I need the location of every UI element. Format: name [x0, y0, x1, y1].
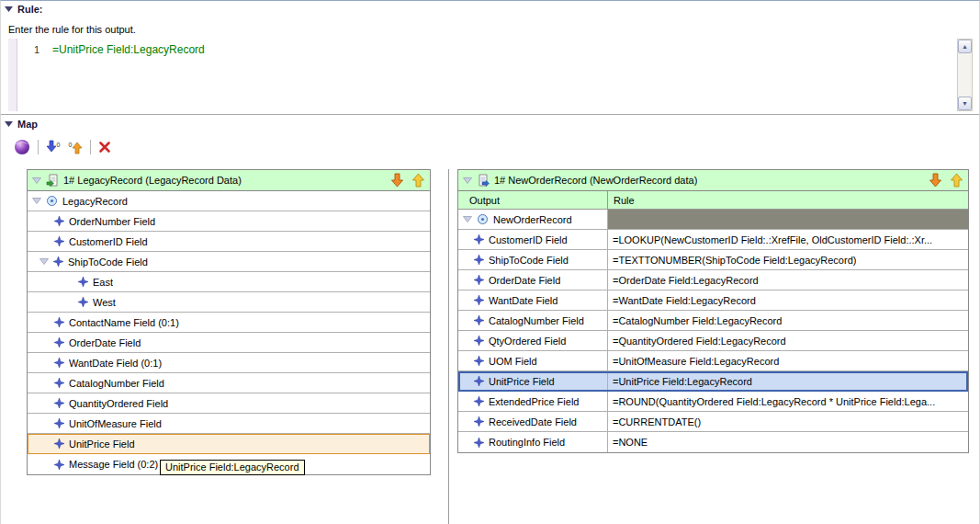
- target-panel: 1# NewOrderRecord (NewOrderRecord data) …: [457, 169, 969, 453]
- rule-text: =UnitPrice Field:LegacyRecord: [613, 376, 752, 387]
- move-up-arrow-icon[interactable]: [950, 173, 963, 188]
- map-row[interactable]: ReceivedDate Field =CURRENTDATE(): [458, 412, 968, 432]
- field-diamond-icon: [78, 297, 88, 307]
- rule-cell[interactable]: =NONE: [608, 432, 968, 452]
- output-column-header[interactable]: Output: [458, 191, 608, 209]
- collapse-triangle-icon[interactable]: [5, 121, 13, 127]
- tree-item[interactable]: OrderNumber Field: [28, 211, 430, 232]
- collapse-triangle-icon[interactable]: [5, 6, 13, 12]
- output-cell[interactable]: CatalogNumber Field: [458, 311, 608, 330]
- output-field-label: WantDate Field: [489, 295, 558, 306]
- record-icon: [477, 213, 489, 225]
- source-record-file-icon: [46, 174, 59, 188]
- map-all-up-icon[interactable]: 0: [68, 140, 83, 154]
- expand-triangle-icon[interactable]: [463, 216, 472, 222]
- rule-column-header[interactable]: Rule: [608, 191, 968, 209]
- rule-cell[interactable]: =CURRENTDATE(): [608, 412, 968, 431]
- field-diamond-icon: [54, 460, 64, 470]
- tree-item-label: UnitOfMeasure Field: [69, 418, 162, 429]
- output-cell[interactable]: WantDate Field: [458, 290, 608, 310]
- map-row[interactable]: CatalogNumber Field =CatalogNumber Field…: [458, 311, 968, 331]
- tree-item[interactable]: UnitOfMeasure Field: [28, 414, 430, 434]
- tree-item-selected[interactable]: UnitPrice Field: [28, 434, 430, 454]
- rule-cell[interactable]: =WantDate Field:LegacyRecord: [608, 290, 968, 310]
- map-row-selected[interactable]: UnitPrice Field =UnitPrice Field:LegacyR…: [458, 371, 968, 392]
- map-row[interactable]: UOM Field =UnitOfMeasure Field:LegacyRec…: [458, 351, 968, 371]
- source-panel-header[interactable]: 1# LegacyRecord (LegacyRecord Data): [28, 170, 430, 191]
- collapse-triangle-icon[interactable]: [463, 177, 472, 184]
- target-panel-header[interactable]: 1# NewOrderRecord (NewOrderRecord data): [458, 170, 968, 191]
- tree-item-label: WantDate Field (0:1): [69, 358, 162, 369]
- rule-code-text[interactable]: =UnitPrice Field:LegacyRecord: [52, 43, 205, 56]
- collapse-triangle-icon[interactable]: [32, 177, 41, 184]
- rule-text: =NONE: [613, 437, 648, 448]
- move-down-arrow-icon[interactable]: [929, 173, 942, 188]
- rule-text: =CURRENTDATE(): [613, 416, 701, 427]
- move-up-arrow-icon[interactable]: [411, 173, 425, 188]
- rule-section-header[interactable]: Rule:: [5, 4, 43, 15]
- output-field-label: ShipToCode Field: [489, 255, 569, 266]
- rule-editor[interactable]: 1 =UnitPrice Field:LegacyRecord ▲ ▼: [8, 39, 973, 111]
- tree-item[interactable]: OrderDate Field: [28, 333, 430, 353]
- rule-cell[interactable]: =CatalogNumber Field:LegacyRecord: [608, 311, 968, 330]
- map-row[interactable]: ExtendedPrice Field =ROUND(QuantityOrder…: [458, 392, 968, 412]
- field-diamond-icon: [474, 336, 484, 346]
- field-diamond-icon: [474, 234, 484, 245]
- map-row[interactable]: NewOrderRecord: [458, 210, 968, 230]
- map-row[interactable]: ShipToCode Field =TEXTTONUMBER(ShipToCod…: [458, 250, 968, 270]
- scroll-up-button[interactable]: ▲: [958, 40, 972, 53]
- expand-triangle-icon[interactable]: [39, 258, 49, 265]
- map-row[interactable]: OrderDate Field =OrderDate Field:LegacyR…: [458, 270, 968, 290]
- output-cell[interactable]: ReceivedDate Field: [458, 412, 608, 431]
- delete-x-icon[interactable]: [98, 141, 111, 154]
- tree-item[interactable]: CustomerID Field: [28, 232, 430, 252]
- field-diamond-icon: [474, 416, 484, 427]
- tree-item[interactable]: QuantityOrdered Field: [28, 393, 430, 414]
- map-all-down-icon[interactable]: 0: [46, 140, 61, 154]
- map-row[interactable]: WantDate Field =WantDate Field:LegacyRec…: [458, 290, 968, 311]
- tree-item[interactable]: ContactName Field (0:1): [28, 313, 430, 333]
- rule-cell[interactable]: =UnitOfMeasure Field:LegacyRecord: [608, 351, 968, 370]
- rule-cell[interactable]: =OrderDate Field:LegacyRecord: [608, 270, 968, 290]
- rule-cell[interactable]: =LOOKUP(NewCustomerID Field:.:XrefFile, …: [608, 230, 968, 249]
- editor-scrollbar[interactable]: ▲ ▼: [957, 39, 973, 111]
- tree-item[interactable]: East: [28, 272, 430, 292]
- map-section-header[interactable]: Map: [5, 119, 38, 130]
- rule-cell[interactable]: =QuantityOrdered Field:LegacyRecord: [608, 331, 968, 350]
- output-cell[interactable]: CustomerID Field: [458, 230, 608, 249]
- output-cell[interactable]: UnitPrice Field: [458, 371, 608, 391]
- field-diamond-icon: [474, 396, 484, 406]
- output-cell[interactable]: RoutingInfo Field: [458, 432, 608, 452]
- tree-item-label: ShipToCode Field: [68, 256, 148, 268]
- move-down-arrow-icon[interactable]: [390, 173, 404, 188]
- field-diamond-icon: [474, 275, 484, 285]
- rule-cell[interactable]: =UnitPrice Field:LegacyRecord: [608, 371, 968, 391]
- field-diamond-icon: [54, 317, 64, 327]
- output-cell[interactable]: NewOrderRecord: [458, 210, 608, 229]
- field-diamond-icon: [54, 398, 64, 408]
- tree-item[interactable]: WantDate Field (0:1): [28, 353, 430, 373]
- output-cell[interactable]: ExtendedPrice Field: [458, 392, 608, 411]
- output-cell[interactable]: ShipToCode Field: [458, 250, 608, 269]
- tree-item[interactable]: ShipToCode Field: [28, 252, 430, 272]
- output-cell[interactable]: OrderDate Field: [458, 270, 608, 290]
- rule-cell[interactable]: =TEXTTONUMBER(ShipToCode Field:LegacyRec…: [608, 250, 968, 269]
- output-cell[interactable]: UOM Field: [458, 351, 608, 370]
- map-row[interactable]: RoutingInfo Field =NONE: [458, 432, 968, 452]
- expand-triangle-icon[interactable]: [32, 198, 41, 204]
- rule-cell[interactable]: =ROUND(QuantityOrdered Field:LegacyRecor…: [608, 392, 968, 411]
- line-number: 1: [34, 44, 39, 55]
- section-divider: [1, 114, 979, 115]
- output-cell[interactable]: QtyOrdered Field: [458, 331, 608, 350]
- scroll-down-button[interactable]: ▼: [958, 97, 972, 110]
- tree-item-label: CatalogNumber Field: [69, 378, 164, 389]
- field-diamond-icon: [54, 378, 64, 388]
- transformation-globe-icon[interactable]: [14, 139, 30, 155]
- map-row[interactable]: CustomerID Field =LOOKUP(NewCustomerID F…: [458, 230, 968, 250]
- map-row[interactable]: QtyOrdered Field =QuantityOrdered Field:…: [458, 331, 968, 351]
- tree-item[interactable]: West: [28, 292, 430, 313]
- rule-cell-unmapped[interactable]: [608, 210, 968, 229]
- tree-item[interactable]: LegacyRecord: [28, 191, 430, 211]
- tree-item[interactable]: CatalogNumber Field: [28, 373, 430, 393]
- field-diamond-icon: [474, 315, 484, 325]
